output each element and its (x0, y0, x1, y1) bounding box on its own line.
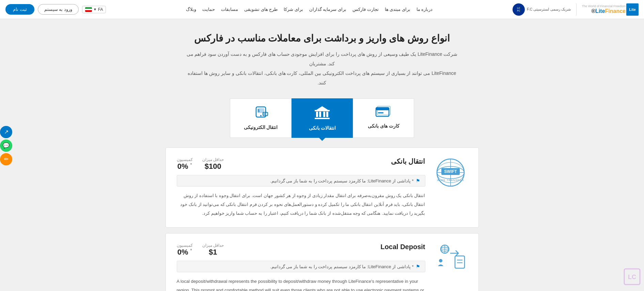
local-notice-text: * پاداشی از LiteFinance: ما کارمزد سیستم… (270, 264, 413, 269)
swift-logo: SWIFT WIRE TRANSFER (434, 157, 468, 188)
local-deposit-info: Local Deposit حداقل میزان $1 کمیسیون * 0… (177, 243, 425, 291)
tab-cards-label: کارت های بانکی (368, 123, 399, 129)
svg-rect-9 (323, 112, 325, 117)
divider (576, 3, 577, 16)
edit-icon: ✏ (4, 156, 9, 162)
svg-point-35 (439, 259, 442, 262)
share-button[interactable]: ↗ (0, 126, 12, 138)
logo-name: LiteFinance® (582, 8, 626, 14)
svg-rect-3 (376, 108, 389, 110)
nav-companies[interactable]: برای شرکا (284, 7, 303, 12)
nav-support[interactable]: حمایت (202, 7, 215, 12)
local-description: A local deposit/withdrawal represents th… (177, 277, 425, 291)
svg-text:LC: LC (628, 274, 636, 280)
chevron-down-icon: ▼ (93, 7, 97, 11)
register-button[interactable]: ثبت نام (5, 4, 34, 15)
svg-rect-4 (378, 112, 383, 113)
flag-iran-icon (85, 7, 92, 12)
main-content: انواع روش های واریز و برداشت برای معاملا… (118, 19, 527, 291)
electronic-icon: $ (253, 106, 268, 121)
swift-globe-icon: SWIFT WIRE TRANSFER (435, 157, 466, 188)
swift-title-row: انتقال بانکی حداقل میزان $100 کمیسیون * … (177, 157, 425, 171)
logo-tagline: The World of Financial Freedom (582, 5, 626, 8)
subtitle-line1: شرکت LiteFinance یک طیف وسیعی از روش های… (187, 51, 458, 66)
chat-icon: 💬 (3, 142, 10, 149)
nav-links: درباره ما برای مبتدی ها تجارت فارکس برای… (186, 7, 433, 12)
edit-button[interactable]: ✏ (0, 153, 12, 165)
svg-text:SWIFT: SWIFT (444, 169, 457, 174)
partner-section: شریک رسمی لسترسیتی F.C LCFC (513, 3, 571, 16)
swift-commission: کمیسیون * 0% (177, 157, 193, 171)
svg-text:WIRE TRANSFER: WIRE TRANSFER (437, 179, 464, 182)
subtitle-line2: LiteFinance می توانند از بسیاری از سیستم… (188, 70, 456, 85)
commission-asterisk: * (190, 162, 192, 167)
navbar: Lite The World of Financial Freedom Lite… (0, 0, 644, 19)
login-button[interactable]: ورود به سیستم (38, 4, 79, 15)
svg-rect-8 (319, 112, 321, 117)
swift-description: انتقال بانکی یک روش مقرون‌به‌صرفه برای ا… (177, 191, 425, 218)
swift-title: انتقال بانکی (391, 157, 425, 165)
litefinance-logo: Lite The World of Financial Freedom Lite… (582, 3, 639, 16)
navbar-right: FA ▼ ورود به سیستم ثبت نام (5, 4, 106, 15)
local-commission-label: کمیسیون (177, 243, 193, 248)
lc-watermark: LC (624, 268, 641, 288)
navbar-left: Lite The World of Financial Freedom Lite… (513, 3, 639, 16)
local-min-value: $1 (209, 248, 217, 257)
card-icon (375, 106, 392, 120)
svg-text:$: $ (257, 109, 260, 113)
swift-card: SWIFT WIRE TRANSFER انتقال بانکی حداقل م… (166, 147, 479, 228)
logo-globe: Lite The World of Financial Freedom Lite… (582, 3, 639, 16)
local-notice: ⚑ * پاداشی از LiteFinance: ما کارمزد سیس… (177, 261, 425, 272)
local-notice-icon: ⚑ (416, 264, 420, 269)
local-min-amount: حداقل میزان $1 (202, 243, 224, 257)
swift-notice: ⚑ * پاداشی از LiteFinance: ما کارمزد سیس… (177, 175, 425, 187)
local-deposit-logo (434, 243, 468, 270)
lang-selector[interactable]: FA ▼ (82, 6, 106, 13)
local-commission-asterisk: * (190, 248, 192, 253)
floating-buttons: ↗ 💬 ✏ (0, 126, 12, 165)
commission-label: کمیسیون (177, 157, 193, 162)
min-amount-label: حداقل میزان (202, 157, 224, 162)
nav-about[interactable]: درباره ما (417, 7, 433, 12)
svg-rect-7 (316, 112, 318, 117)
nav-investors[interactable]: برای سرمایه گذاران (309, 7, 346, 12)
nav-competitions[interactable]: مسابقات (221, 7, 238, 12)
local-deposit-stats: حداقل میزان $1 کمیسیون * 0% (177, 243, 224, 257)
svg-rect-10 (326, 112, 328, 117)
logo-icon: Lite (626, 3, 639, 16)
notice-icon: ⚑ (416, 178, 420, 183)
svg-point-15 (260, 115, 262, 116)
nav-beginner[interactable]: برای مبتدی ها (385, 7, 410, 12)
chat-button[interactable]: 💬 (0, 140, 12, 152)
page-subtitle: شرکت LiteFinance یک طیف وسیعی از روش های… (186, 49, 458, 87)
svg-rect-36 (624, 269, 640, 285)
local-deposit-card: Local Deposit حداقل میزان $1 کمیسیون * 0… (166, 233, 479, 291)
page-title: انواع روش های واریز و برداشت برای معاملا… (125, 33, 520, 44)
tab-bank-label: انتقالات بانکی (309, 125, 336, 131)
local-deposit-title-row: Local Deposit حداقل میزان $1 کمیسیون * 0… (177, 243, 425, 257)
bank-icon (314, 106, 330, 122)
svg-text:Lite: Lite (629, 7, 636, 12)
commission-value: * 0% (177, 162, 192, 171)
svg-rect-11 (315, 118, 330, 119)
tab-bank[interactable]: انتقالات بانکی (292, 98, 353, 138)
leicester-badge: LCFC (513, 3, 525, 16)
local-commission-value: * 0% (177, 248, 192, 257)
min-amount-value: $100 (205, 162, 221, 171)
local-commission: کمیسیون * 0% (177, 243, 193, 257)
tab-cards[interactable]: کارت های بانکی (353, 98, 414, 138)
nav-promo[interactable]: طرح های تشویقی (244, 7, 278, 12)
swift-info: انتقال بانکی حداقل میزان $100 کمیسیون * … (177, 157, 425, 218)
swift-min-amount: حداقل میزان $100 (202, 157, 224, 171)
tab-electronic-label: انتقال الکترونیکی (244, 125, 278, 130)
local-deposit-icon (435, 243, 466, 270)
tab-electronic[interactable]: $ انتقال الکترونیکی (230, 98, 292, 138)
nav-blog[interactable]: وبلاگ (186, 7, 196, 12)
partner-label: شریک رسمی لسترسیتی F.C (527, 7, 571, 12)
svg-rect-32 (455, 256, 465, 268)
svg-point-18 (264, 113, 265, 115)
nav-forex[interactable]: تجارت فارکس (352, 7, 379, 12)
svg-rect-12 (315, 110, 330, 111)
local-min-label: حداقل میزان (202, 243, 224, 248)
swift-notice-text: * پاداشی از LiteFinance: ما کارمزد سیستم… (270, 178, 413, 183)
